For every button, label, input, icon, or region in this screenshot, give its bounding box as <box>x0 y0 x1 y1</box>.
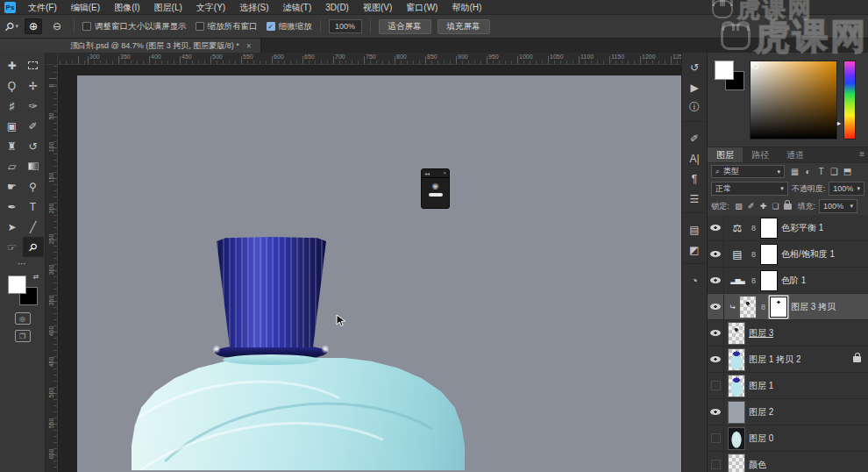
tool-quick-selection-tool[interactable]: ✢ <box>23 75 44 96</box>
layer-thumbnail[interactable] <box>728 375 745 397</box>
lock-position-icon[interactable]: ✚ <box>758 202 770 211</box>
layer-row-3[interactable]: ↵8图层 3 拷贝 <box>708 294 868 320</box>
menu-item-1[interactable]: 编辑(E) <box>64 0 107 15</box>
lock-transparent-pixels-icon[interactable]: ▨ <box>733 202 745 211</box>
paragraph-icon[interactable]: ¶ <box>684 168 705 189</box>
close-icon[interactable]: × <box>246 41 252 51</box>
tool-eraser-tool[interactable]: ▱ <box>2 156 23 176</box>
menu-item-10[interactable]: 帮助(H) <box>445 0 488 15</box>
zoom-percentage-field[interactable]: 100% <box>329 19 362 33</box>
tool-line-tool[interactable]: ╱ <box>23 217 44 237</box>
tool-move-tool[interactable]: ✚ <box>2 55 23 75</box>
edit-toolbar-icon[interactable]: ⋯ <box>18 259 27 268</box>
visibility-toggle[interactable] <box>708 347 724 372</box>
color-swatch-pair[interactable] <box>715 61 750 96</box>
current-tool-indicator[interactable]: ⚲ ▾ <box>5 20 18 33</box>
info-icon[interactable]: ⓘ <box>684 97 705 118</box>
color-swatches[interactable]: ⇄ <box>8 275 38 305</box>
document-canvas[interactable]: ◂◂ × ◉ <box>77 75 681 472</box>
filter-shape-layers-icon[interactable]: ❑ <box>828 167 841 176</box>
screen-mode-button[interactable]: ❐ <box>15 330 31 342</box>
filter-adjustment-layers-icon[interactable]: ◐ <box>801 167 815 176</box>
character-icon[interactable]: A| <box>684 148 705 168</box>
creative-cloud-icon[interactable]: ◔ <box>684 270 705 290</box>
lock-image-pixels-icon[interactable]: ✐ <box>745 202 758 211</box>
layer-name[interactable]: 色彩平衡 1 <box>781 222 823 234</box>
history-icon[interactable]: ↺ <box>684 57 705 77</box>
menu-item-3[interactable]: 图层(L) <box>147 0 189 15</box>
tool-lasso-tool[interactable]: Ϙ <box>2 75 23 96</box>
layer-mask-thumbnail[interactable] <box>760 270 778 291</box>
layer-row-7[interactable]: 图层 2 <box>708 399 868 426</box>
tool-clone-stamp-tool[interactable]: ♜ <box>2 136 23 156</box>
visibility-toggle[interactable] <box>708 268 724 293</box>
layer-thumbnail[interactable] <box>728 427 745 450</box>
layer-thumbnail[interactable] <box>728 454 745 472</box>
filter-pixel-layers-icon[interactable]: ▦ <box>788 167 801 176</box>
layer-row-1[interactable]: ▤8色相/饱和度 1 <box>708 241 868 268</box>
layer-row-4[interactable]: 图层 3 <box>708 320 868 347</box>
tool-path-selection-tool[interactable]: ➤ <box>2 217 23 237</box>
fill-screen-button[interactable]: 填充屏幕 <box>438 19 490 34</box>
tool-frame-tool[interactable]: ▣ <box>2 116 23 136</box>
layer-thumbnail[interactable] <box>739 296 757 318</box>
collapse-icon[interactable]: ◂◂ <box>424 170 430 176</box>
menu-item-7[interactable]: 3D(D) <box>318 0 356 15</box>
color-picker-marker[interactable] <box>752 63 758 69</box>
option-checkbox-1[interactable]: 缩放所有窗口 <box>196 21 258 32</box>
app-logo-icon[interactable]: Ps <box>4 2 16 13</box>
fill-dropdown[interactable]: 100% ▾ <box>819 199 857 213</box>
layer-name[interactable]: 图层 2 <box>749 406 773 418</box>
menu-item-4[interactable]: 文字(Y) <box>189 0 232 15</box>
libraries-icon[interactable]: ▤ <box>684 219 705 240</box>
layer-row-2[interactable]: ▂▅▃8色阶 1 <box>708 268 868 294</box>
tool-hand-tool[interactable]: ☞ <box>2 237 23 257</box>
layer-row-5[interactable]: 图层 1 拷贝 2 <box>708 347 868 373</box>
panel-knob-icon[interactable]: ◉ <box>432 182 439 190</box>
visibility-toggle[interactable] <box>708 426 724 451</box>
close-icon[interactable]: × <box>443 170 446 176</box>
lock-artboard-icon[interactable]: ❏ <box>770 202 782 211</box>
option-checkbox-2[interactable]: ✓细微缩放 <box>267 21 312 32</box>
visibility-toggle[interactable] <box>708 452 724 472</box>
visibility-toggle[interactable] <box>708 373 724 398</box>
tool-type-tool[interactable]: T <box>23 197 44 217</box>
layer-row-9[interactable]: 颜色 <box>708 452 868 472</box>
menu-item-6[interactable]: 滤镜(T) <box>276 0 319 15</box>
layer-row-6[interactable]: 图层 1 <box>708 373 868 399</box>
layer-name[interactable]: 图层 1 <box>749 380 773 392</box>
layer-row-0[interactable]: ⚖8色彩平衡 1 <box>708 215 868 241</box>
layer-name[interactable]: 图层 3 拷贝 <box>791 301 836 313</box>
visibility-toggle[interactable] <box>708 294 724 319</box>
tool-pen-tool[interactable]: ✒ <box>2 197 23 217</box>
layer-mask-thumbnail[interactable] <box>760 218 778 239</box>
menu-item-8[interactable]: 视图(V) <box>356 0 399 15</box>
hue-slider-marker[interactable]: ▸ <box>837 119 841 127</box>
menu-item-5[interactable]: 选择(S) <box>232 0 275 15</box>
horizontal-ruler[interactable]: 3003504004505005506006507007508008509009… <box>58 53 681 65</box>
layer-thumbnail[interactable] <box>728 322 745 345</box>
actions-icon[interactable]: ▶ <box>684 77 705 97</box>
tool-dodge-tool[interactable]: ⚲ <box>23 176 44 197</box>
layer-mask-thumbnail[interactable] <box>760 244 778 265</box>
menu-item-9[interactable]: 窗口(W) <box>399 0 445 15</box>
layer-mask-thumbnail[interactable] <box>770 297 787 318</box>
floating-mini-panel[interactable]: ◂◂ × ◉ <box>421 168 450 209</box>
checkbox-unchecked-icon[interactable] <box>196 22 204 31</box>
layer-name[interactable]: 图层 3 <box>749 327 773 340</box>
brush-settings-icon[interactable]: ✐ <box>684 128 705 148</box>
layer-name[interactable]: 颜色 <box>749 459 766 471</box>
layer-name[interactable]: 图层 1 拷贝 2 <box>749 354 800 366</box>
blend-mode-dropdown[interactable]: 正常 ▾ <box>711 182 788 196</box>
foreground-color-swatch[interactable] <box>8 275 26 294</box>
zoom-in-button[interactable]: ⊕ <box>25 18 42 34</box>
panel-tab-通道[interactable]: 通道 <box>778 147 813 162</box>
checkbox-unchecked-icon[interactable] <box>82 22 91 31</box>
option-checkbox-0[interactable]: 调整窗口大小以满屏显示 <box>82 21 187 32</box>
tool-history-brush-tool[interactable]: ↺ <box>23 136 44 156</box>
layer-thumbnail[interactable] <box>728 348 745 371</box>
document-tab[interactable]: 漂白剂.psd @ 84.7% (图层 3 拷贝, 图层蒙版/8) * × <box>0 39 261 53</box>
panel-menu-icon[interactable]: ≡ <box>856 147 868 162</box>
vertical-ruler[interactable]: 050100150200250300350400450500550600650 <box>46 65 58 472</box>
panel-slider[interactable] <box>429 193 443 197</box>
